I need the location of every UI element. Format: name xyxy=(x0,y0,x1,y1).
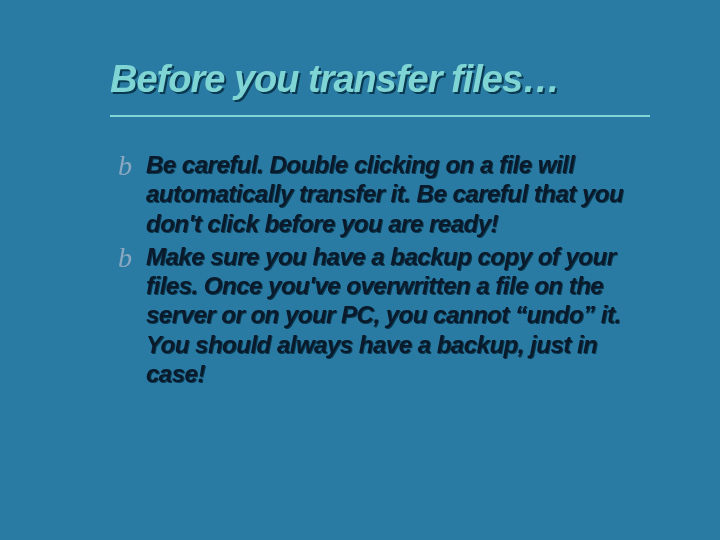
bullet-item: b Be careful. Double clicking on a file … xyxy=(118,150,658,238)
bullet-icon: b xyxy=(118,244,132,272)
bullet-text: Be careful. Double clicking on a file wi… xyxy=(146,150,658,238)
slide-title: Before you transfer files… xyxy=(110,58,650,101)
bullet-text: Make sure you have a backup copy of your… xyxy=(146,242,658,388)
bullet-icon: b xyxy=(118,152,132,180)
slide-body: b Be careful. Double clicking on a file … xyxy=(118,150,658,392)
slide-title-block: Before you transfer files… Before you tr… xyxy=(110,58,650,117)
bullet-item: b Make sure you have a backup copy of yo… xyxy=(118,242,658,388)
